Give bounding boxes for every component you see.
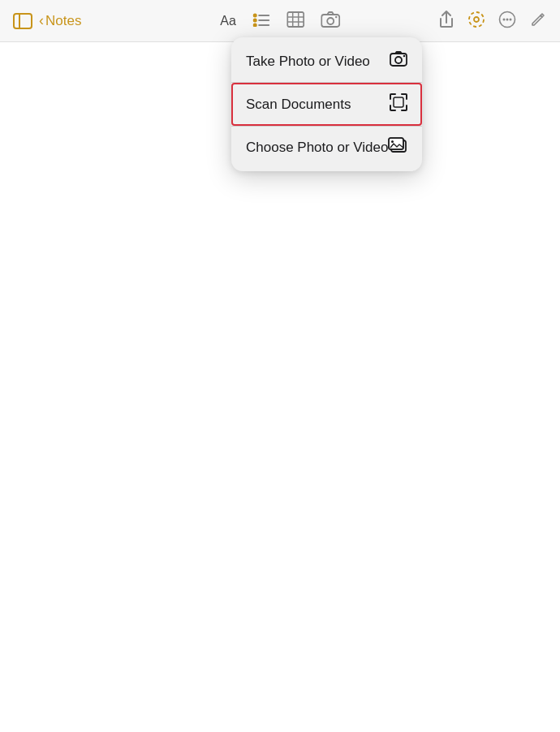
choose-photo-icon: [388, 137, 407, 157]
svg-point-20: [506, 18, 509, 20]
svg-point-4: [252, 23, 256, 27]
toolbar-left: ‹ Notes: [13, 12, 81, 29]
svg-rect-0: [14, 14, 32, 28]
svg-point-19: [503, 18, 506, 20]
toolbar-right: [438, 11, 547, 32]
table-icon[interactable]: [286, 11, 304, 31]
choose-photo-label: Choose Photo or Video: [246, 140, 388, 156]
back-label: Notes: [45, 13, 81, 29]
compose-icon[interactable]: [529, 11, 547, 32]
sidebar-toggle-icon[interactable]: [13, 13, 32, 29]
svg-point-14: [327, 18, 334, 24]
scan-documents-option[interactable]: Scan Documents: [231, 83, 422, 126]
scan-documents-icon: [390, 93, 407, 115]
more-options-icon[interactable]: [498, 11, 516, 32]
svg-point-3: [252, 18, 256, 22]
svg-point-24: [403, 55, 406, 58]
dropdown-container: Take Photo or Video Scan Documents: [231, 37, 422, 171]
bullet-list-icon[interactable]: [252, 12, 270, 30]
svg-point-17: [474, 17, 479, 22]
take-photo-icon: [390, 51, 407, 71]
svg-point-2: [252, 13, 256, 17]
svg-point-29: [391, 140, 394, 143]
scan-documents-label: Scan Documents: [246, 97, 351, 113]
toolbar: ‹ Notes Aa: [0, 0, 560, 42]
toolbar-center: Aa: [220, 11, 340, 31]
svg-point-16: [469, 12, 484, 27]
back-button[interactable]: ‹ Notes: [39, 12, 81, 29]
svg-point-15: [335, 15, 337, 17]
take-photo-option[interactable]: Take Photo or Video: [231, 41, 422, 82]
choose-photo-option[interactable]: Choose Photo or Video: [231, 127, 422, 168]
svg-point-23: [395, 57, 402, 63]
take-photo-label: Take Photo or Video: [246, 54, 370, 70]
lasso-icon[interactable]: [467, 11, 485, 32]
svg-point-21: [510, 18, 512, 20]
text-format-icon[interactable]: Aa: [220, 14, 236, 28]
dropdown-menu: Take Photo or Video Scan Documents: [231, 37, 422, 171]
share-icon[interactable]: [438, 11, 454, 32]
svg-rect-25: [394, 97, 403, 107]
back-chevron-icon: ‹: [39, 12, 44, 29]
svg-rect-8: [287, 12, 304, 27]
camera-toolbar-icon[interactable]: [321, 11, 340, 31]
